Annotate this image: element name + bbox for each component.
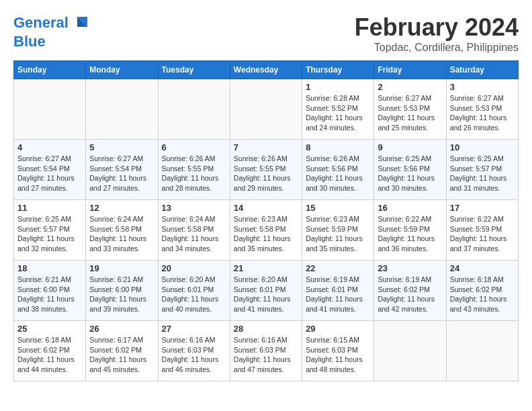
day-number: 5 bbox=[89, 142, 154, 152]
calendar-cell: 20Sunrise: 6:20 AMSunset: 6:01 PMDayligh… bbox=[158, 261, 230, 321]
day-number: 22 bbox=[306, 263, 370, 273]
calendar-cell: 29Sunrise: 6:15 AMSunset: 6:03 PMDayligh… bbox=[302, 321, 374, 381]
calendar-cell bbox=[86, 79, 158, 140]
day-number: 17 bbox=[450, 203, 515, 213]
day-number: 21 bbox=[234, 263, 298, 273]
day-info: Sunrise: 6:26 AMSunset: 5:55 PMDaylight:… bbox=[234, 154, 298, 193]
calendar-cell bbox=[158, 79, 230, 140]
day-info: Sunrise: 6:25 AMSunset: 5:56 PMDaylight:… bbox=[378, 154, 442, 193]
day-number: 7 bbox=[234, 142, 298, 152]
calendar-cell bbox=[230, 79, 302, 140]
day-info: Sunrise: 6:19 AMSunset: 6:02 PMDaylight:… bbox=[378, 275, 442, 314]
day-info: Sunrise: 6:20 AMSunset: 6:01 PMDaylight:… bbox=[162, 275, 226, 314]
calendar-cell: 17Sunrise: 6:22 AMSunset: 5:59 PMDayligh… bbox=[446, 200, 518, 261]
day-number: 14 bbox=[234, 203, 298, 213]
calendar-cell: 23Sunrise: 6:19 AMSunset: 6:02 PMDayligh… bbox=[374, 261, 446, 321]
calendar-cell: 6Sunrise: 6:26 AMSunset: 5:55 PMDaylight… bbox=[158, 140, 230, 200]
day-number: 18 bbox=[17, 263, 82, 273]
week-row-2: 4Sunrise: 6:27 AMSunset: 5:54 PMDaylight… bbox=[14, 140, 519, 200]
calendar-cell: 7Sunrise: 6:26 AMSunset: 5:55 PMDaylight… bbox=[230, 140, 302, 200]
title-section: February 2024 Topdac, Cordillera, Philip… bbox=[355, 13, 519, 54]
day-number: 4 bbox=[17, 142, 82, 152]
day-info: Sunrise: 6:23 AMSunset: 5:58 PMDaylight:… bbox=[234, 214, 298, 254]
calendar-cell bbox=[14, 79, 86, 140]
day-number: 29 bbox=[306, 324, 370, 334]
day-number: 25 bbox=[17, 324, 82, 334]
col-header-sunday: Sunday bbox=[14, 61, 86, 79]
day-number: 8 bbox=[306, 142, 370, 152]
day-number: 12 bbox=[89, 203, 154, 213]
logo: General Blue bbox=[13, 13, 91, 50]
calendar-cell: 16Sunrise: 6:22 AMSunset: 5:59 PMDayligh… bbox=[374, 200, 446, 261]
day-number: 6 bbox=[162, 142, 226, 152]
calendar-cell: 22Sunrise: 6:19 AMSunset: 6:01 PMDayligh… bbox=[302, 261, 374, 321]
calendar-cell: 3Sunrise: 6:27 AMSunset: 5:53 PMDaylight… bbox=[446, 79, 518, 140]
day-info: Sunrise: 6:25 AMSunset: 5:57 PMDaylight:… bbox=[450, 154, 515, 193]
day-number: 11 bbox=[17, 203, 82, 213]
day-number: 23 bbox=[378, 263, 442, 273]
subtitle: Topdac, Cordillera, Philippines bbox=[355, 42, 519, 54]
day-number: 24 bbox=[450, 263, 515, 273]
main-title: February 2024 bbox=[355, 13, 519, 42]
day-info: Sunrise: 6:15 AMSunset: 6:03 PMDaylight:… bbox=[306, 335, 370, 375]
day-number: 26 bbox=[89, 324, 154, 334]
day-info: Sunrise: 6:27 AMSunset: 5:54 PMDaylight:… bbox=[17, 154, 82, 193]
day-info: Sunrise: 6:20 AMSunset: 6:01 PMDaylight:… bbox=[234, 275, 298, 314]
day-info: Sunrise: 6:16 AMSunset: 6:03 PMDaylight:… bbox=[162, 335, 226, 375]
day-info: Sunrise: 6:21 AMSunset: 6:00 PMDaylight:… bbox=[17, 275, 82, 314]
day-number: 3 bbox=[450, 82, 515, 92]
calendar-cell: 21Sunrise: 6:20 AMSunset: 6:01 PMDayligh… bbox=[230, 261, 302, 321]
day-number: 10 bbox=[450, 142, 515, 152]
day-number: 13 bbox=[162, 203, 226, 213]
day-info: Sunrise: 6:24 AMSunset: 5:58 PMDaylight:… bbox=[89, 214, 154, 254]
day-info: Sunrise: 6:19 AMSunset: 6:01 PMDaylight:… bbox=[306, 275, 370, 314]
calendar-cell: 4Sunrise: 6:27 AMSunset: 5:54 PMDaylight… bbox=[14, 140, 86, 200]
calendar-cell: 24Sunrise: 6:18 AMSunset: 6:02 PMDayligh… bbox=[446, 261, 518, 321]
col-header-thursday: Thursday bbox=[302, 61, 374, 79]
header: General Blue February 2024 Topdac, Cordi… bbox=[13, 13, 519, 54]
day-number: 19 bbox=[89, 263, 154, 273]
week-row-3: 11Sunrise: 6:25 AMSunset: 5:57 PMDayligh… bbox=[14, 200, 519, 261]
calendar-cell: 2Sunrise: 6:27 AMSunset: 5:53 PMDaylight… bbox=[374, 79, 446, 140]
day-number: 1 bbox=[306, 82, 370, 92]
day-number: 9 bbox=[378, 142, 442, 152]
calendar-cell: 9Sunrise: 6:25 AMSunset: 5:56 PMDaylight… bbox=[374, 140, 446, 200]
day-info: Sunrise: 6:18 AMSunset: 6:02 PMDaylight:… bbox=[17, 335, 82, 375]
calendar-cell: 19Sunrise: 6:21 AMSunset: 6:00 PMDayligh… bbox=[86, 261, 158, 321]
calendar-cell: 14Sunrise: 6:23 AMSunset: 5:58 PMDayligh… bbox=[230, 200, 302, 261]
calendar-cell: 25Sunrise: 6:18 AMSunset: 6:02 PMDayligh… bbox=[14, 321, 86, 381]
col-header-tuesday: Tuesday bbox=[158, 61, 230, 79]
col-header-saturday: Saturday bbox=[446, 61, 518, 79]
calendar-cell: 13Sunrise: 6:24 AMSunset: 5:58 PMDayligh… bbox=[158, 200, 230, 261]
calendar-cell bbox=[446, 321, 518, 381]
day-info: Sunrise: 6:18 AMSunset: 6:02 PMDaylight:… bbox=[450, 275, 515, 314]
day-info: Sunrise: 6:27 AMSunset: 5:53 PMDaylight:… bbox=[450, 93, 515, 133]
calendar-cell: 18Sunrise: 6:21 AMSunset: 6:00 PMDayligh… bbox=[14, 261, 86, 321]
col-header-friday: Friday bbox=[374, 61, 446, 79]
day-info: Sunrise: 6:17 AMSunset: 6:02 PMDaylight:… bbox=[89, 335, 154, 375]
calendar-cell: 5Sunrise: 6:27 AMSunset: 5:54 PMDaylight… bbox=[86, 140, 158, 200]
logo-line2: Blue bbox=[13, 33, 46, 50]
day-info: Sunrise: 6:22 AMSunset: 5:59 PMDaylight:… bbox=[450, 214, 515, 254]
calendar-cell: 8Sunrise: 6:26 AMSunset: 5:56 PMDaylight… bbox=[302, 140, 374, 200]
calendar-cell: 27Sunrise: 6:16 AMSunset: 6:03 PMDayligh… bbox=[158, 321, 230, 381]
calendar-cell: 12Sunrise: 6:24 AMSunset: 5:58 PMDayligh… bbox=[86, 200, 158, 261]
calendar-cell: 10Sunrise: 6:25 AMSunset: 5:57 PMDayligh… bbox=[446, 140, 518, 200]
week-row-1: 1Sunrise: 6:28 AMSunset: 5:52 PMDaylight… bbox=[14, 79, 519, 140]
header-row: SundayMondayTuesdayWednesdayThursdayFrid… bbox=[14, 61, 519, 79]
col-header-monday: Monday bbox=[86, 61, 158, 79]
day-info: Sunrise: 6:27 AMSunset: 5:53 PMDaylight:… bbox=[378, 93, 442, 133]
calendar-cell: 1Sunrise: 6:28 AMSunset: 5:52 PMDaylight… bbox=[302, 79, 374, 140]
day-number: 20 bbox=[162, 263, 226, 273]
day-info: Sunrise: 6:28 AMSunset: 5:52 PMDaylight:… bbox=[306, 93, 370, 133]
col-header-wednesday: Wednesday bbox=[230, 61, 302, 79]
calendar-cell: 11Sunrise: 6:25 AMSunset: 5:57 PMDayligh… bbox=[14, 200, 86, 261]
day-info: Sunrise: 6:25 AMSunset: 5:57 PMDaylight:… bbox=[17, 214, 82, 254]
day-info: Sunrise: 6:26 AMSunset: 5:56 PMDaylight:… bbox=[306, 154, 370, 193]
day-number: 15 bbox=[306, 203, 370, 213]
day-number: 2 bbox=[378, 82, 442, 92]
calendar-table: SundayMondayTuesdayWednesdayThursdayFrid… bbox=[13, 60, 519, 381]
day-info: Sunrise: 6:21 AMSunset: 6:00 PMDaylight:… bbox=[89, 275, 154, 314]
logo-icon bbox=[71, 13, 91, 34]
day-info: Sunrise: 6:27 AMSunset: 5:54 PMDaylight:… bbox=[89, 154, 154, 193]
